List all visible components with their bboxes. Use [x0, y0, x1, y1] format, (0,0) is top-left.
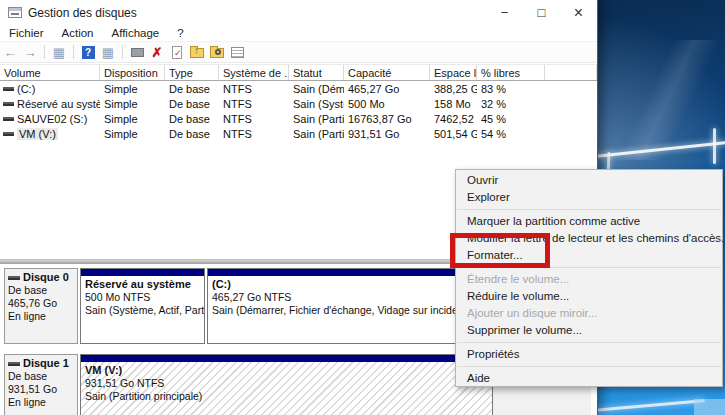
disk0-info-panel[interactable]: Disque 0 De base 465,76 Go En ligne: [4, 268, 78, 344]
window-title: Gestion des disques: [28, 6, 137, 20]
menu-action[interactable]: Action: [53, 27, 103, 39]
volume-name: VM (V:): [17, 128, 58, 140]
disk-size: 465,76 Go: [8, 297, 74, 310]
table-row[interactable]: SAUVE02 (S:) Simple De base NTFS Sain (P…: [0, 111, 597, 126]
annotation-highlight-box: [450, 233, 550, 268]
menu-help[interactable]: ?: [168, 27, 192, 39]
volume-name: (C:): [17, 83, 35, 95]
cell-statut: Sain (Systè...: [289, 98, 344, 110]
menu-item-aide[interactable]: Aide: [456, 370, 722, 387]
cell-espace-libre: 501,54 Go: [430, 128, 477, 140]
column-header-pct-libres[interactable]: % libres: [477, 65, 545, 80]
wallpaper-logo-edge: [713, 128, 716, 164]
disk-management-app-icon: [8, 7, 22, 18]
menu-item-marquer-active[interactable]: Marquer la partition comme active: [456, 213, 722, 230]
menu-item-reduire-volume[interactable]: Réduire le volume...: [456, 288, 722, 305]
mark-active-icon[interactable]: [172, 46, 182, 59]
toolbar: ← → ▦ ? ▦ ✗ ↑: [0, 42, 597, 63]
volume-list: Volume Disposition Type Système de ... S…: [0, 64, 597, 141]
column-header-capacite[interactable]: Capacité: [344, 65, 430, 80]
toolbar-separator: [73, 45, 74, 59]
column-header-disposition[interactable]: Disposition: [100, 65, 165, 80]
action-pane-icon[interactable]: ▦: [99, 44, 117, 60]
partition-reserved-system[interactable]: Réservé au système 500 Mo NTFS Sain (Sys…: [80, 268, 205, 344]
partition-title: Réservé au système: [85, 278, 200, 291]
disk-icon: [8, 276, 20, 280]
cell-type: De base: [165, 83, 219, 95]
disk1-info-panel[interactable]: Disque 1 De base 931,51 Go En ligne: [4, 354, 78, 415]
table-row-selected[interactable]: VM (V:) Simple De base NTFS Sain (Parti.…: [0, 126, 597, 141]
disk-name: Disque 1: [23, 357, 69, 370]
menu-item-ajouter-miroir: Ajouter un disque miroir...: [456, 305, 722, 322]
wallpaper-light-beam: [587, 40, 725, 160]
minimize-button[interactable]: −: [486, 0, 523, 25]
volume-list-header: Volume Disposition Type Système de ... S…: [0, 64, 597, 81]
console-tree-icon[interactable]: ▦: [50, 44, 68, 60]
column-header-statut[interactable]: Statut: [289, 65, 344, 80]
volume-icon: [3, 102, 14, 106]
cell-pct-libres: 32 %: [477, 98, 545, 110]
disk-kind: De base: [8, 284, 74, 297]
menu-item-ouvrir[interactable]: Ouvrir: [456, 172, 722, 189]
column-header-espace-libre[interactable]: Espace li...: [430, 65, 477, 80]
close-button[interactable]: ×: [560, 0, 597, 25]
cell-capacite: 931,51 Go: [344, 128, 430, 140]
console-icon[interactable]: [131, 48, 144, 57]
window-controls: − □ ×: [486, 0, 597, 25]
cell-filesystem: NTFS: [219, 113, 289, 125]
menu-affichage[interactable]: Affichage: [102, 27, 168, 39]
back-icon[interactable]: ←: [1, 44, 19, 60]
partition-detail: 500 Mo NTFS: [85, 291, 200, 304]
cell-disposition: Simple: [100, 83, 165, 95]
menu-separator: [457, 209, 721, 210]
column-header-type[interactable]: Type: [165, 65, 219, 80]
column-header-volume[interactable]: Volume: [0, 65, 100, 80]
screen: Gestion des disques − □ × Fichier Action…: [0, 0, 725, 415]
cell-espace-libre: 158 Mo: [430, 98, 477, 110]
cell-type: De base: [165, 113, 219, 125]
help-icon[interactable]: ?: [82, 46, 95, 59]
partition-title: VM (V:): [85, 364, 488, 377]
wallpaper-logo-pane: [694, 399, 725, 415]
delete-volume-icon[interactable]: ✗: [148, 44, 166, 60]
magnifier-icon: [215, 49, 221, 55]
cell-espace-libre: 388,25 Go: [430, 83, 477, 95]
cell-statut: Sain (Parti...: [289, 128, 344, 140]
menu-item-etendre-volume: Étendre le volume...: [456, 271, 722, 288]
volume-icon: [3, 117, 14, 121]
properties-icon[interactable]: [231, 47, 244, 58]
disk-status: En ligne: [8, 310, 74, 323]
forward-icon[interactable]: →: [21, 44, 39, 60]
context-menu: Ouvrir Explorer Marquer la partition com…: [455, 169, 723, 387]
cell-pct-libres: 45 %: [477, 113, 545, 125]
partition-status: Sain (Système, Actif, Partiti: [85, 304, 200, 317]
toolbar-separator: [122, 45, 123, 59]
disk-icon: [8, 362, 20, 366]
explore-folder-icon[interactable]: ↑: [190, 48, 204, 58]
menu-separator: [457, 342, 721, 343]
menu-bar: Fichier Action Affichage ?: [0, 25, 597, 42]
column-header-filler: [545, 65, 597, 80]
menu-fichier[interactable]: Fichier: [0, 27, 53, 39]
column-header-filesystem[interactable]: Système de ...: [219, 65, 289, 80]
cell-capacite: 465,27 Go: [344, 83, 430, 95]
cell-type: De base: [165, 128, 219, 140]
menu-item-proprietes[interactable]: Propriétés: [456, 346, 722, 363]
partition-color-bar: [81, 355, 492, 362]
volume-name: Réservé au système: [17, 98, 100, 110]
maximize-button[interactable]: □: [523, 0, 560, 25]
cell-statut: Sain (Parti...: [289, 113, 344, 125]
cell-pct-libres: 83 %: [477, 83, 545, 95]
cell-pct-libres: 54 %: [477, 128, 545, 140]
menu-item-explorer[interactable]: Explorer: [456, 189, 722, 206]
menu-item-supprimer-volume[interactable]: Supprimer le volume...: [456, 322, 722, 339]
open-folder-icon[interactable]: [210, 48, 224, 58]
cell-capacite: 500 Mo: [344, 98, 430, 110]
disk-status: En ligne: [8, 396, 74, 409]
toolbar-separator: [44, 45, 45, 59]
volume-icon: [3, 132, 14, 136]
table-row[interactable]: Réservé au système Simple De base NTFS S…: [0, 96, 597, 111]
disk-kind: De base: [8, 370, 74, 383]
table-row[interactable]: (C:) Simple De base NTFS Sain (Dém... 46…: [0, 81, 597, 96]
partition-vm-selected[interactable]: VM (V:) 931,51 Go NTFS Sain (Partition p…: [80, 354, 493, 415]
